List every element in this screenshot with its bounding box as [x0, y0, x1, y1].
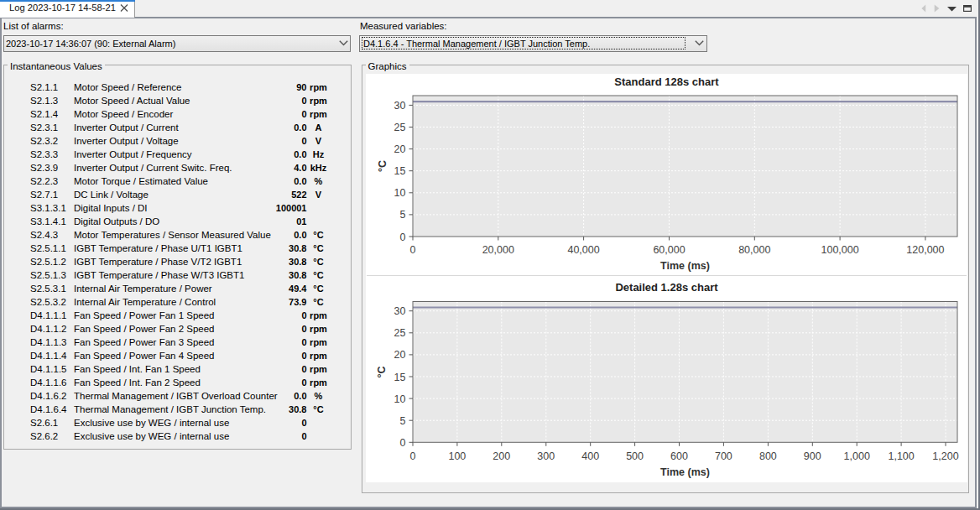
svg-text:1,000: 1,000: [844, 450, 870, 462]
svg-text:800: 800: [759, 450, 777, 462]
svg-text:100,000: 100,000: [821, 244, 859, 256]
svg-text:5: 5: [400, 209, 406, 221]
svg-text:20,000: 20,000: [482, 244, 514, 256]
svg-text:40,000: 40,000: [567, 244, 599, 256]
svg-text:°C: °C: [377, 366, 388, 377]
svg-text:10: 10: [394, 187, 406, 199]
svg-text:30: 30: [394, 100, 406, 112]
svg-text:Standard 128s chart: Standard 128s chart: [614, 75, 719, 88]
svg-text:300: 300: [537, 450, 555, 462]
svg-text:900: 900: [804, 450, 821, 462]
svg-text:5: 5: [400, 415, 406, 427]
svg-text:0: 0: [400, 232, 406, 243]
svg-text:Time (ms): Time (ms): [660, 466, 710, 478]
svg-text:Time (ms): Time (ms): [660, 260, 710, 272]
svg-text:1,100: 1,100: [888, 450, 914, 462]
svg-text:120,000: 120,000: [906, 244, 944, 256]
svg-text:30: 30: [394, 305, 406, 317]
svg-text:600: 600: [670, 450, 688, 462]
svg-text:10: 10: [394, 393, 406, 405]
svg-text:1,200: 1,200: [932, 450, 958, 462]
svg-text:20: 20: [394, 143, 406, 155]
svg-text:20: 20: [394, 349, 406, 361]
svg-text:0: 0: [400, 437, 406, 449]
svg-text:15: 15: [394, 372, 406, 383]
svg-text:15: 15: [394, 165, 406, 177]
svg-text:700: 700: [715, 450, 732, 462]
svg-text:25: 25: [394, 327, 406, 339]
svg-text:400: 400: [581, 450, 599, 462]
svg-text:°C: °C: [377, 160, 388, 172]
svg-text:80,000: 80,000: [738, 244, 770, 256]
svg-text:25: 25: [394, 122, 406, 133]
svg-text:200: 200: [493, 450, 510, 462]
svg-text:0: 0: [410, 450, 416, 462]
svg-text:60,000: 60,000: [653, 244, 685, 256]
svg-text:Detailed 1.28s chart: Detailed 1.28s chart: [615, 281, 718, 294]
svg-text:500: 500: [626, 450, 644, 462]
svg-text:0: 0: [410, 244, 416, 256]
svg-text:100: 100: [448, 450, 466, 462]
